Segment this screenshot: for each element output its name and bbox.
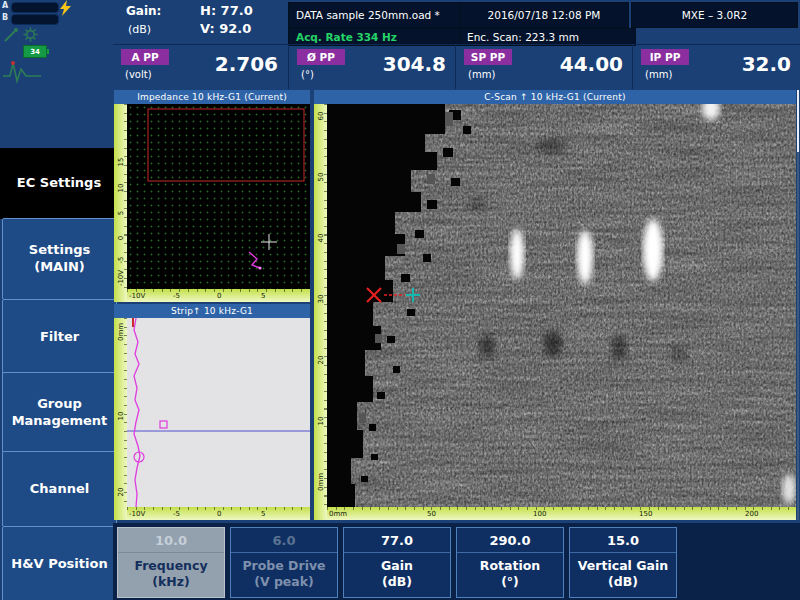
sidebar-item-ec-settings[interactable]: EC Settings xyxy=(0,148,118,219)
sidebar-item-channel[interactable]: Channel xyxy=(2,451,117,527)
ruler-tick: 150 xyxy=(639,510,652,518)
param-label-line2: (dB) xyxy=(382,574,412,590)
param-label-line1: Vertical Gain xyxy=(578,558,668,574)
sidebar-item-hv-position[interactable]: H&V Position xyxy=(2,526,117,600)
sidebar-item-settings-main[interactable]: Settings (MAIN) xyxy=(2,218,117,300)
param-value: 6.0 xyxy=(231,528,337,553)
param-vertical-gain[interactable]: 15.0 Vertical Gain (dB) xyxy=(569,527,677,598)
strip-y-ruler: 0mm 10 20 xyxy=(114,318,127,507)
ruler-tick: 15 xyxy=(115,156,127,169)
mxe-screen: A B 34 Gain: (dB) H: 77. xyxy=(0,0,800,600)
measurement-ip-pp: IP PP (mm) 32.0 xyxy=(632,45,800,89)
measurement-row: A PP (volt) 2.706 Ø PP (°) 304.8 SP PP (… xyxy=(113,44,800,89)
ruler-tick: 40 xyxy=(315,232,327,245)
sidebar-item-filter[interactable]: Filter xyxy=(2,299,117,375)
ruler-tick: 50 xyxy=(427,510,436,518)
strip-panel-title[interactable]: Strip↑ 10 kHz-G1 xyxy=(114,304,310,318)
battery-tip xyxy=(47,49,49,54)
channel-b-label: B xyxy=(2,13,8,22)
channel-a-label: A xyxy=(2,1,8,10)
ruler-tick: 0mm xyxy=(315,476,327,489)
param-label: Vertical Gain (dB) xyxy=(570,553,676,595)
param-value: 10.0 xyxy=(118,528,224,553)
param-label-line2: (dB) xyxy=(608,574,638,590)
param-label-line2: (°) xyxy=(501,574,519,590)
measurement-tag: Ø PP xyxy=(297,49,345,65)
cscan-image[interactable] xyxy=(327,104,796,507)
param-label: Frequency (kHz) xyxy=(118,553,224,595)
channel-b-level-bar xyxy=(11,14,59,25)
measurement-unit: (volt) xyxy=(125,69,152,80)
strip-trace xyxy=(134,318,167,507)
impedance-trace xyxy=(249,252,262,270)
measurement-tag: SP PP xyxy=(464,49,512,65)
param-label-line1: Frequency xyxy=(134,558,207,574)
ruler-tick: -10V xyxy=(115,272,127,285)
battery-body: 34 xyxy=(23,45,47,58)
param-rotation[interactable]: 290.0 Rotation (°) xyxy=(456,527,564,598)
measurement-phase-pp: Ø PP (°) 304.8 xyxy=(288,45,456,89)
strip-panel: Strip↑ 10 kHz-G1 0mm 10 20 xyxy=(114,304,310,520)
impedance-y-ruler: 15 10 5 0 -5 -10V xyxy=(114,104,127,289)
cscan-panel: C-Scan ↑ 10 kHz-G1 (Current) 60 50 40 30… xyxy=(314,90,796,520)
measurement-unit: (mm) xyxy=(645,69,672,80)
measurement-tag: A PP xyxy=(121,49,169,65)
gain-v-value: V: 92.0 xyxy=(200,21,251,36)
param-label-line2: (V peak) xyxy=(254,574,314,590)
param-value: 290.0 xyxy=(457,528,563,553)
ruler-tick: 0mm xyxy=(115,326,127,339)
status-corner: A B 34 xyxy=(0,0,113,88)
param-label-line1: Probe Drive xyxy=(242,558,325,574)
impedance-x-ruler: -10V -5 0 5 xyxy=(127,289,310,302)
impedance-panel-title[interactable]: Impedance 10 kHz-G1 (Current) xyxy=(114,90,310,104)
ruler-tick: 20 xyxy=(315,354,327,367)
ruler-tick: -5 xyxy=(173,292,180,300)
measurement-value: 32.0 xyxy=(742,52,791,76)
gain-label: Gain: xyxy=(126,4,161,18)
param-label-line1: Gain xyxy=(381,558,413,574)
ruler-tick: 0 xyxy=(115,232,127,245)
ruler-tick: 100 xyxy=(533,510,546,518)
sidebar-item-group-management[interactable]: Group Management xyxy=(2,372,117,453)
ruler-tick: 10 xyxy=(315,415,327,428)
power-bolt-icon xyxy=(59,0,72,16)
impedance-plot[interactable] xyxy=(127,104,310,289)
ruler-tick: 30 xyxy=(315,293,327,306)
battery-percent: 34 xyxy=(30,48,40,56)
param-frequency[interactable]: 10.0 Frequency (kHz) xyxy=(117,527,225,598)
alarm-box xyxy=(148,109,304,181)
param-value: 77.0 xyxy=(344,528,450,553)
ruler-tick: 60 xyxy=(315,110,327,123)
scrollbar-thumb[interactable] xyxy=(797,90,799,152)
strip-x-ruler: -10V -5 0 5 xyxy=(127,507,310,520)
measurement-unit: (°) xyxy=(301,69,314,80)
param-label: Gain (dB) xyxy=(344,553,450,595)
data-file-name: DATA sample 250mm.oad * xyxy=(288,2,464,28)
ruler-corner xyxy=(314,507,327,520)
vertical-scrollbar[interactable] xyxy=(797,90,799,520)
param-label-line1: Rotation xyxy=(480,558,540,574)
waveform-icon xyxy=(3,58,43,84)
cscan-plot[interactable] xyxy=(327,104,796,507)
ruler-tick: 200 xyxy=(745,510,758,518)
ruler-tick: 0mm xyxy=(329,510,347,518)
param-label: Rotation (°) xyxy=(457,553,563,595)
ruler-tick: 10 xyxy=(115,410,127,423)
ruler-tick: -5 xyxy=(173,510,180,518)
ruler-tick: 5 xyxy=(115,207,127,220)
cscan-x-ruler: 0mm 50 100 150 200 xyxy=(327,507,796,520)
cscan-panel-title[interactable]: C-Scan ↑ 10 kHz-G1 (Current) xyxy=(314,90,796,104)
channel-a-level-bar xyxy=(11,2,59,13)
ruler-tick: -5 xyxy=(115,254,127,267)
param-gain[interactable]: 77.0 Gain (dB) xyxy=(343,527,451,598)
gain-h-value: H: 77.0 xyxy=(200,3,253,18)
strip-plot[interactable] xyxy=(127,318,310,507)
impedance-overlay xyxy=(127,104,310,289)
ruler-corner xyxy=(114,507,127,520)
null-crosshair xyxy=(261,234,277,250)
software-version: MXE – 3.0R2 xyxy=(631,2,798,28)
ruler-tick: 5 xyxy=(261,510,265,518)
param-label: Probe Drive (V peak) xyxy=(231,553,337,595)
datetime: 2016/07/18 12:08 PM xyxy=(459,2,629,28)
measurement-app: A PP (volt) 2.706 xyxy=(113,45,288,89)
